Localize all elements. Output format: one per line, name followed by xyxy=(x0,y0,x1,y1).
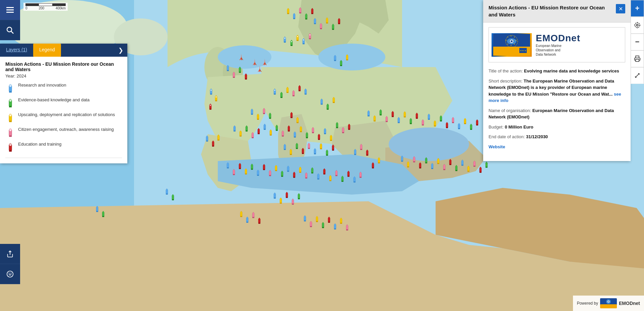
action-title-row: Title of the action: Evolving marine dat… xyxy=(489,68,625,74)
info-panel-title: Mission Actions - EU Mission Restore our… xyxy=(489,4,609,18)
end-date-value: 31/12/2030 xyxy=(526,134,548,139)
legend-items: Research and innovation Evidence-based k… xyxy=(5,83,122,154)
svg-point-4 xyxy=(204,47,231,87)
panel-divider xyxy=(5,158,122,158)
short-desc-row: Short description: The European Marine O… xyxy=(489,78,625,104)
legend-label-upscaling: Upscaling, deployment and replication of… xyxy=(18,112,115,117)
locate-button[interactable] xyxy=(631,17,644,34)
tab-legend[interactable]: Legend xyxy=(33,44,61,57)
right-controls: + − xyxy=(631,0,644,84)
logo-subtitle: European Marine Observation and Data Net… xyxy=(536,44,580,57)
svg-point-28 xyxy=(9,129,11,131)
layers-panel: Layers (1) Legend ❯ Mission Actions - EU… xyxy=(0,44,127,163)
legend-icon-evidence xyxy=(5,97,15,109)
layer-year: Year: 2024 xyxy=(5,73,122,79)
svg-point-70 xyxy=(608,301,609,302)
logo-image: ★ ★ ★ ★ ★ ★ ★ ★ ★ ★ ★ xyxy=(492,33,532,57)
legend-item-upscaling: Upscaling, deployment and replication of… xyxy=(5,112,122,124)
svg-rect-27 xyxy=(9,136,12,137)
info-panel: Mission Actions - EU Mission Restore our… xyxy=(483,0,631,161)
legend-label-citizen: Citizen engagement, outreach, awareness … xyxy=(18,127,114,132)
website-link[interactable]: Website xyxy=(489,144,505,149)
measure-button[interactable] xyxy=(631,67,644,84)
svg-point-5 xyxy=(223,55,243,89)
svg-point-35 xyxy=(7,271,13,277)
panel-tabs: Layers (1) Legend ❯ xyxy=(0,44,127,57)
powered-by-brand: EMODnet xyxy=(619,301,640,306)
scale-bar: 0200400km xyxy=(23,3,68,11)
logo-name: EMODnet xyxy=(536,33,580,44)
legend-icon-citizen xyxy=(5,127,15,139)
share-button[interactable] xyxy=(0,244,20,264)
legend-icon-education xyxy=(5,142,15,154)
bottom-left-controls xyxy=(0,244,20,284)
zoom-in-button[interactable]: + xyxy=(631,0,644,17)
budget-value: 0 Million Euro xyxy=(505,124,533,129)
tab-layers[interactable]: Layers (1) xyxy=(0,44,33,57)
panel-collapse-button[interactable]: ❯ xyxy=(114,44,127,57)
print-button[interactable] xyxy=(631,50,644,67)
legend-label-education: Education and training xyxy=(18,142,61,147)
zoom-out-button[interactable]: − xyxy=(631,34,644,50)
svg-rect-67 xyxy=(600,304,617,308)
action-title-label: Title of the action: xyxy=(489,68,524,73)
svg-point-7 xyxy=(318,44,385,70)
action-title-value: Evolving marine data and knowledge servi… xyxy=(524,68,619,73)
powered-by-label: Powered by xyxy=(577,301,598,306)
toolbar-left xyxy=(0,0,20,40)
svg-point-54 xyxy=(636,24,638,26)
layer-title: Mission Actions - EU Mission Restore our… xyxy=(5,61,122,72)
svg-point-32 xyxy=(9,144,11,146)
svg-text:★ ★
★: ★ ★ ★ xyxy=(520,50,526,52)
short-desc-label: Short description: xyxy=(489,79,524,84)
svg-rect-23 xyxy=(9,121,12,122)
legend-label-evidence: Evidence-based knowledge and data xyxy=(18,97,89,102)
svg-rect-31 xyxy=(9,150,12,152)
search-button[interactable] xyxy=(0,20,20,40)
emodnet-logo: ★ ★ ★ ★ ★ ★ ★ ★ ★ ★ ★ EMODnet European M… xyxy=(489,27,625,62)
svg-point-55 xyxy=(635,23,640,28)
end-date-label: End date of action: xyxy=(489,134,526,139)
svg-rect-9 xyxy=(6,7,14,8)
legend-item-education: Education and training xyxy=(5,142,122,154)
svg-point-6 xyxy=(389,127,469,161)
info-header: Mission Actions - EU Mission Restore our… xyxy=(483,0,631,22)
svg-point-12 xyxy=(7,27,12,32)
panel-content: Mission Actions - EU Mission Restore our… xyxy=(0,57,127,163)
svg-point-43 xyxy=(511,40,513,42)
budget-label: Budget: xyxy=(489,124,505,129)
svg-point-8 xyxy=(218,45,271,69)
legend-item-evidence: Evidence-based knowledge and data xyxy=(5,97,122,109)
svg-rect-15 xyxy=(9,91,12,93)
end-date-row: End date of action: 31/12/2030 xyxy=(489,134,625,140)
svg-line-13 xyxy=(11,31,13,34)
svg-rect-60 xyxy=(636,59,639,62)
svg-rect-11 xyxy=(6,12,14,13)
budget-row: Budget: 0 Million Euro xyxy=(489,124,625,131)
menu-button[interactable] xyxy=(0,0,20,20)
feedback-button[interactable] xyxy=(0,264,20,284)
website-row: Website xyxy=(489,144,625,150)
svg-rect-10 xyxy=(6,9,14,10)
org-row: Name of organisation: European Marine Ob… xyxy=(489,107,625,120)
svg-rect-19 xyxy=(9,106,12,107)
org-label: Name of organisation: xyxy=(489,108,532,113)
info-body: ★ ★ ★ ★ ★ ★ ★ ★ ★ ★ ★ EMODnet European M… xyxy=(483,22,631,161)
svg-point-16 xyxy=(9,85,11,87)
legend-label-research: Research and innovation xyxy=(18,83,66,88)
svg-line-61 xyxy=(635,73,639,77)
legend-icon-research xyxy=(5,83,15,95)
svg-point-20 xyxy=(9,100,11,102)
powered-by: Powered by EMODnet xyxy=(573,296,644,311)
info-close-button[interactable]: ✕ xyxy=(616,4,625,13)
legend-item-citizen: Citizen engagement, outreach, awareness … xyxy=(5,127,122,139)
legend-item-research: Research and innovation xyxy=(5,83,122,95)
svg-point-24 xyxy=(9,114,11,116)
logo-text: EMODnet European Marine Observation and … xyxy=(532,30,584,59)
emodnet-logo-small xyxy=(600,298,617,308)
legend-icon-upscaling xyxy=(5,112,15,124)
